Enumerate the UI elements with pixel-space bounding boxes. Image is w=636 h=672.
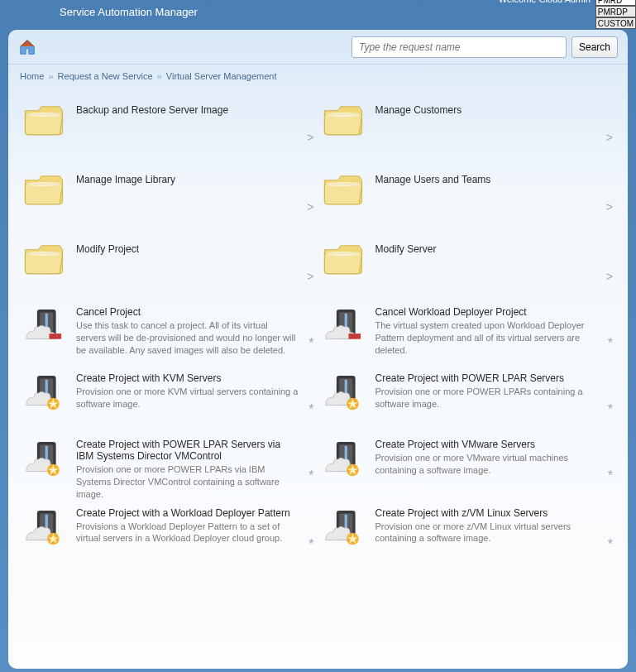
folder-icon <box>20 166 68 214</box>
toolbar: Search <box>8 30 628 65</box>
item-description: Provisions a Workload Deployer Pattern t… <box>76 519 299 545</box>
item-title: Create Project with a Workload Deployer … <box>76 504 299 519</box>
item-title: Create Project with z/VM Linux Servers <box>375 504 599 519</box>
home-icon[interactable] <box>18 38 36 56</box>
dropdown-option-0[interactable]: PMRDP <box>595 6 636 17</box>
catalog-item[interactable]: Create Project with z/VM Linux ServersPr… <box>319 502 617 567</box>
catalog-item[interactable]: Create Project with POWER LPAR Servers v… <box>20 434 318 501</box>
item-description: Provision one or more VMware virtual mac… <box>375 450 599 477</box>
item-text: Modify Project <box>76 235 318 255</box>
catalog-item[interactable]: Modify Server> <box>319 232 617 300</box>
item-title: Create Project with POWER LPAR Servers v… <box>76 435 299 462</box>
user-dropdown[interactable]: PMRD PMRDP CUSTOM <box>595 0 636 29</box>
app-title: Service Automation Manager <box>60 6 198 18</box>
server-create-icon <box>20 504 68 552</box>
main-panel: Search Home » Request a New Service » Vi… <box>8 30 628 669</box>
asterisk-icon: * <box>608 468 613 483</box>
folder-icon <box>319 166 367 214</box>
asterisk-icon: * <box>308 468 313 483</box>
item-title: Create Project with POWER LPAR Servers <box>375 369 599 384</box>
asterisk-icon: * <box>608 402 613 417</box>
item-text: Create Project with VMware ServersProvis… <box>375 435 617 477</box>
search-button[interactable]: Search <box>571 36 618 58</box>
item-title: Modify Server <box>375 235 599 255</box>
folder-icon <box>319 235 367 283</box>
chevron-right-icon: > <box>606 270 613 283</box>
asterisk-icon: * <box>308 402 313 417</box>
catalog-item[interactable]: Create Project with KVM ServersProvision… <box>20 367 318 432</box>
item-text: Cancel Workload Deployer ProjectThe virt… <box>375 303 617 357</box>
item-title: Modify Project <box>76 235 299 255</box>
catalog-item[interactable]: Backup and Restore Server Image> <box>20 93 318 161</box>
item-title: Cancel Project <box>76 303 299 318</box>
item-description: Use this task to cancel a project. All o… <box>76 318 299 357</box>
server-create-icon <box>319 369 367 417</box>
dropdown-selected[interactable]: PMRD <box>595 0 636 6</box>
item-description: Provision one or more z/VM Linux virtual… <box>375 519 599 545</box>
server-create-icon <box>319 435 367 483</box>
server-create-icon <box>20 369 68 417</box>
item-text: Modify Server <box>375 235 617 255</box>
chevron-right-icon: > <box>307 131 313 144</box>
server-create-icon <box>319 504 367 552</box>
item-title: Create Project with KVM Servers <box>76 369 299 384</box>
item-text: Cancel ProjectUse this task to cancel a … <box>76 303 318 357</box>
catalog-item[interactable]: Manage Users and Teams> <box>319 162 617 230</box>
item-text: Backup and Restore Server Image <box>76 96 318 116</box>
item-title: Backup and Restore Server Image <box>76 96 299 116</box>
chevron-right-icon: » <box>48 71 53 81</box>
asterisk-icon: * <box>608 537 613 552</box>
item-text: Manage Image Library <box>76 166 318 185</box>
item-description: The virtual system created upon Workload… <box>375 318 599 357</box>
item-title: Create Project with VMware Servers <box>375 435 599 450</box>
catalog-item[interactable]: Create Project with POWER LPAR ServersPr… <box>319 367 617 432</box>
catalog-item[interactable]: Manage Image Library> <box>20 162 318 230</box>
item-text: Create Project with POWER LPAR Servers v… <box>76 435 318 501</box>
asterisk-icon: * <box>308 537 313 552</box>
server-cancel-icon <box>319 303 367 351</box>
item-text: Create Project with a Workload Deployer … <box>76 504 318 545</box>
item-title: Cancel Workload Deployer Project <box>375 303 599 318</box>
folder-icon <box>20 96 68 144</box>
welcome-text: Welcome Cloud Admin <box>499 0 591 4</box>
item-text: Create Project with POWER LPAR ServersPr… <box>375 369 617 410</box>
catalog-item[interactable]: Manage Customers> <box>319 93 617 161</box>
item-title: Manage Image Library <box>76 166 299 185</box>
item-text: Manage Users and Teams <box>375 166 617 185</box>
catalog-item[interactable]: Create Project with VMware ServersProvis… <box>319 434 617 501</box>
item-text: Create Project with KVM ServersProvision… <box>76 369 318 410</box>
breadcrumb: Home » Request a New Service » Virtual S… <box>8 65 628 84</box>
item-title: Manage Customers <box>375 96 599 116</box>
catalog-item[interactable]: Cancel ProjectUse this task to cancel a … <box>20 301 318 366</box>
breadcrumb-item-2: Virtual Server Management <box>166 71 277 81</box>
folder-icon <box>319 96 367 144</box>
item-title: Manage Users and Teams <box>375 166 599 185</box>
catalog-item[interactable]: Cancel Workload Deployer ProjectThe virt… <box>319 301 617 366</box>
catalog-item[interactable]: Create Project with a Workload Deployer … <box>20 502 318 567</box>
server-cancel-icon <box>20 303 68 351</box>
item-text: Create Project with z/VM Linux ServersPr… <box>375 504 617 545</box>
chevron-right-icon: > <box>307 200 313 214</box>
dropdown-option-1[interactable]: CUSTOM <box>595 17 636 29</box>
asterisk-icon: * <box>308 336 313 351</box>
item-description: Provision one or more KVM virtual server… <box>76 384 299 410</box>
breadcrumb-item-1[interactable]: Request a New Service <box>58 71 153 81</box>
chevron-right-icon: » <box>157 71 162 81</box>
item-description: Provision one or more POWER LPARs via IB… <box>76 462 299 501</box>
server-create-icon <box>20 435 68 483</box>
item-text: Manage Customers <box>375 96 617 116</box>
chevron-right-icon: > <box>307 270 313 283</box>
item-description: Provision one or more POWER LPARs contai… <box>375 384 599 410</box>
catalog-item[interactable]: Modify Project> <box>20 232 318 300</box>
chevron-right-icon: > <box>606 131 613 144</box>
breadcrumb-item-0[interactable]: Home <box>20 71 44 81</box>
search-input[interactable] <box>351 36 567 58</box>
chevron-right-icon: > <box>606 200 613 214</box>
folder-icon <box>20 235 68 283</box>
asterisk-icon: * <box>608 336 613 351</box>
